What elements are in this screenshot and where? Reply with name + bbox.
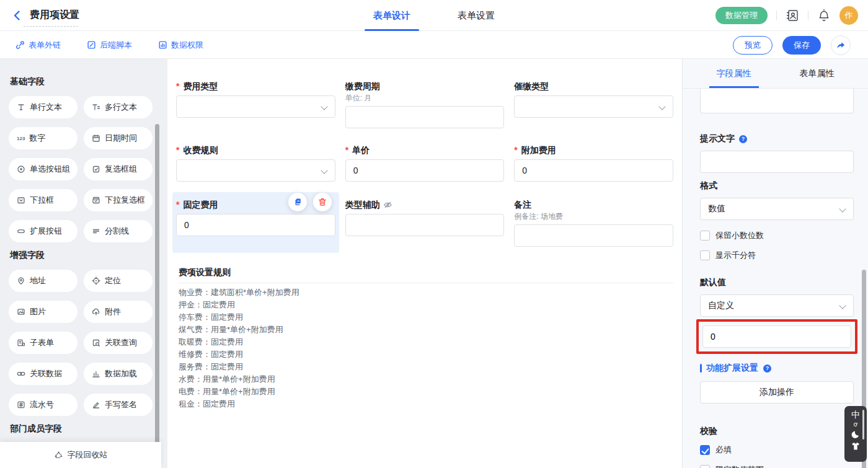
copy-field-button[interactable]	[288, 193, 307, 211]
share-button[interactable]	[831, 35, 851, 55]
sidebar-item-dropdown[interactable]: 下拉框	[9, 189, 78, 211]
sidebar-item-checkbox-group[interactable]: 复选框组	[84, 158, 153, 180]
divider-line-icon	[92, 227, 100, 236]
field-library-sidebar: 基础字段 单行文本 多行文本 123数字 日期时间 单选按钮组 复选框组 下拉框…	[0, 59, 161, 468]
tab-form-settings[interactable]: 表单设置	[449, 0, 503, 31]
sidebar-item-subform[interactable]: 子表单	[9, 332, 78, 354]
sidebar-item-data-load[interactable]: 数据加载	[84, 363, 153, 385]
data-permission-icon	[158, 40, 167, 50]
fee-type-select[interactable]	[176, 95, 335, 118]
save-button[interactable]: 保存	[782, 36, 821, 55]
sidebar-scrollbar[interactable]	[155, 124, 159, 468]
sidebar-item-related-data[interactable]: 关联数据	[9, 363, 78, 385]
sidebar-item-attachment[interactable]: 附件	[84, 301, 153, 323]
delete-field-button[interactable]	[313, 193, 332, 211]
charge-rule-select[interactable]	[176, 159, 335, 182]
remark-input[interactable]	[514, 224, 673, 247]
field-description: 例备注: 场地费	[514, 212, 673, 221]
sidebar-item-signature[interactable]: 手写签名	[84, 394, 153, 416]
form-external-link-button[interactable]: 表单外链	[16, 40, 61, 51]
tab-field-properties[interactable]: 字段属性	[714, 59, 754, 88]
script-icon	[87, 40, 96, 50]
sidebar-item-datetime[interactable]: 日期时间	[84, 127, 153, 149]
avatar[interactable]: 作	[839, 6, 858, 25]
preview-button[interactable]: 预览	[733, 36, 773, 55]
field-recycle-bin[interactable]: 字段回收站	[0, 442, 161, 468]
field-urge-type[interactable]: 催缴类型	[514, 81, 673, 145]
add-action-button[interactable]: 添加操作	[700, 381, 854, 404]
field-type-assist[interactable]: 类型辅助	[345, 192, 505, 253]
default-value-input[interactable]	[702, 325, 851, 348]
decimal-checkbox[interactable]	[700, 231, 710, 241]
sidebar-item-extend-button[interactable]: 扩展按钮	[9, 220, 78, 242]
unit-price-input[interactable]	[345, 159, 505, 182]
eye-off-icon	[383, 200, 392, 210]
chevron-down-icon	[658, 103, 665, 110]
fixed-fee-input[interactable]	[176, 214, 335, 236]
range-checkbox-row[interactable]: 限定数值范围	[700, 464, 854, 468]
required-checkbox-row[interactable]: 必填	[700, 444, 854, 456]
language-switch-icon[interactable]: 中	[851, 410, 860, 420]
sidebar-item-radio-group[interactable]: 单选按钮组	[9, 158, 78, 180]
field-extra-fee[interactable]: *附加费用	[514, 145, 673, 192]
sidebar-item-single-text[interactable]: 单行文本	[9, 96, 78, 118]
calendar-icon	[92, 134, 100, 143]
lang-sub-icon[interactable]: ơ	[854, 422, 858, 428]
field-remark[interactable]: 备注 例备注: 场地费	[514, 192, 673, 253]
sidebar-item-serial-number[interactable]: 流水号	[9, 394, 78, 416]
hint-text-input[interactable]	[700, 151, 854, 173]
decimal-checkbox-row[interactable]: 保留小数位数	[700, 230, 854, 241]
contact-book-icon[interactable]	[786, 9, 799, 22]
sidebar-item-locate[interactable]: 定位	[84, 270, 153, 292]
sidebar-item-related-query[interactable]: 关联查询	[84, 332, 153, 354]
sidebar-item-number[interactable]: 123数字	[9, 127, 78, 149]
single-text-icon	[17, 103, 25, 112]
thousand-checkbox[interactable]	[700, 250, 710, 260]
help-icon[interactable]: ?	[738, 135, 748, 144]
svg-text:?: ?	[766, 365, 769, 371]
sidebar-item-divider-line[interactable]: 分割线	[84, 220, 153, 242]
field-fixed-fee-selected[interactable]: *固定费用	[172, 192, 339, 253]
form-toolbar: 表单外链 后端脚本 数据权限 预览 保存	[0, 31, 868, 59]
sidebar-item-image[interactable]: 图片	[9, 301, 78, 323]
field-charge-rule[interactable]: *收费规则	[176, 145, 335, 192]
payment-cycle-input[interactable]	[345, 106, 505, 128]
extra-fee-input[interactable]	[514, 159, 673, 182]
tab-form-design[interactable]: 表单设计	[365, 0, 419, 31]
field-unit-price[interactable]: *单价	[345, 145, 505, 192]
sidebar-item-multi-text[interactable]: 多行文本	[84, 96, 153, 118]
default-type-select[interactable]: 自定义	[700, 294, 854, 317]
tab-form-properties[interactable]: 表单属性	[797, 59, 837, 88]
theme-shirt-icon[interactable]	[851, 441, 861, 451]
urge-type-select[interactable]	[514, 95, 673, 118]
rule-line: 煤气费：用量*单价+附加费用	[179, 324, 673, 336]
chain-link-icon	[17, 369, 25, 378]
notification-bell-icon[interactable]	[817, 9, 831, 22]
section-title-basic: 基础字段	[10, 76, 153, 87]
required-mark: *	[345, 145, 348, 155]
default-value-label: 默认值	[700, 277, 854, 288]
required-mark: *	[176, 81, 179, 91]
cloud-upload-icon	[92, 307, 100, 316]
dark-mode-moon-icon[interactable]	[851, 430, 861, 439]
back-icon[interactable]	[11, 9, 24, 22]
scrolled-input-partial[interactable]	[700, 89, 854, 113]
help-icon[interactable]: ?	[763, 364, 772, 373]
required-checkbox[interactable]	[700, 445, 710, 455]
hint-text-label: 提示文字 ?	[700, 133, 854, 144]
data-manage-button[interactable]: 数据管理	[715, 7, 768, 24]
backend-script-button[interactable]: 后端脚本	[87, 40, 132, 51]
rule-line: 服务费：固定费用	[179, 361, 673, 373]
field-description: 单位: 月	[345, 94, 505, 102]
divider	[179, 283, 673, 283]
field-payment-cycle[interactable]: 缴费周期 单位: 月	[345, 81, 505, 145]
type-assist-input[interactable]	[345, 214, 505, 236]
range-checkbox[interactable]	[700, 465, 710, 468]
field-fee-type[interactable]: *费用类型	[176, 81, 335, 145]
sidebar-item-dropdown-multi[interactable]: 下拉复选框	[84, 189, 153, 211]
dropdown-multi-icon	[92, 196, 100, 205]
format-select[interactable]: 数值	[700, 198, 854, 220]
data-permission-button[interactable]: 数据权限	[158, 40, 203, 51]
thousand-checkbox-row[interactable]: 显示千分符	[700, 250, 854, 261]
sidebar-item-address[interactable]: 地址	[9, 270, 78, 292]
